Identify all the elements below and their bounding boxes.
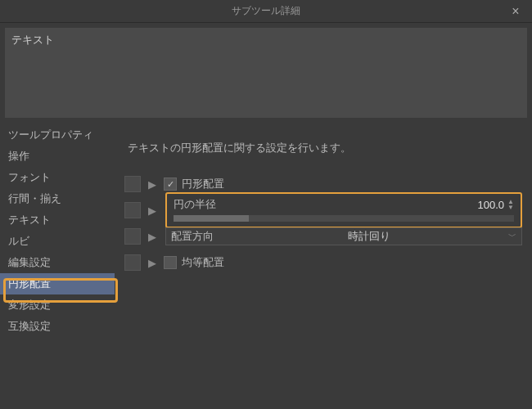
- equal-placement-checkbox[interactable]: [164, 256, 177, 269]
- row-circle-radius: ▶ 円の半径 100.0 ▲▼: [124, 198, 522, 222]
- sidebar-item-label: 変形設定: [8, 299, 51, 311]
- close-icon: ×: [512, 4, 519, 19]
- expand-icon[interactable]: ▶: [146, 202, 159, 218]
- sidebar-item-label: フォント: [8, 171, 51, 183]
- property-marker[interactable]: [124, 176, 141, 192]
- sidebar-item-ruby[interactable]: ルビ: [0, 231, 115, 252]
- sidebar-item-label: ツールプロパティ: [8, 128, 93, 141]
- preview-text: テキスト: [11, 34, 54, 46]
- panel-description: テキストの円形配置に関する設定を行います。: [124, 129, 522, 172]
- sidebar: ツールプロパティ 操作 フォント 行間・揃え テキスト ルビ 編集設定 円形配置…: [0, 123, 115, 409]
- equal-placement-label: 均等配置: [182, 255, 224, 270]
- property-marker[interactable]: [124, 228, 141, 245]
- sidebar-item-edit-settings[interactable]: 編集設定: [0, 252, 115, 273]
- circle-radius-control: 円の半径 100.0 ▲▼: [165, 192, 522, 228]
- sidebar-item-circular-placement[interactable]: 円形配置: [0, 273, 115, 294]
- titlebar: サブツール詳細 ×: [0, 0, 532, 23]
- sidebar-item-label: 互換設定: [8, 320, 51, 332]
- placement-direction-label: 配置方向: [171, 229, 214, 244]
- sidebar-item-font[interactable]: フォント: [0, 167, 115, 188]
- circle-radius-label: 円の半径: [174, 197, 216, 212]
- sidebar-item-tool-property[interactable]: ツールプロパティ: [0, 124, 115, 146]
- circle-radius-slider[interactable]: [174, 215, 514, 222]
- circular-placement-checkbox[interactable]: [164, 178, 177, 191]
- sidebar-item-line-align[interactable]: 行間・揃え: [0, 188, 115, 209]
- expand-icon[interactable]: ▶: [146, 254, 159, 271]
- sidebar-item-label: 操作: [8, 150, 29, 162]
- sidebar-item-transform-settings[interactable]: 変形設定: [0, 294, 115, 316]
- content-panel: テキストの円形配置に関する設定を行います。 ▶ 円形配置 ▶ 円の半径 100.…: [115, 123, 532, 409]
- sidebar-item-text[interactable]: テキスト: [0, 209, 115, 231]
- preview-area: テキスト: [5, 28, 527, 118]
- expand-icon[interactable]: ▶: [146, 176, 159, 192]
- sidebar-item-label: 編集設定: [8, 256, 51, 268]
- circular-placement-label: 円形配置: [182, 177, 224, 191]
- circle-radius-value: 100.0: [478, 199, 505, 211]
- circle-radius-spinner[interactable]: 100.0 ▲▼: [478, 199, 514, 211]
- close-button[interactable]: ×: [499, 0, 532, 23]
- sidebar-item-label: 行間・揃え: [8, 192, 61, 204]
- property-marker[interactable]: [124, 254, 141, 271]
- sidebar-item-label: 円形配置: [8, 277, 51, 290]
- sidebar-item-label: テキスト: [8, 213, 51, 226]
- sidebar-item-compat-settings[interactable]: 互換設定: [0, 316, 115, 337]
- main-panel: ツールプロパティ 操作 フォント 行間・揃え テキスト ルビ 編集設定 円形配置…: [0, 123, 532, 409]
- row-equal-placement: ▶ 均等配置: [124, 250, 522, 275]
- row-placement-direction: ▶ 配置方向 時計回り ﹀: [124, 224, 522, 249]
- window-title: サブツール詳細: [232, 4, 300, 18]
- sidebar-item-label: ルビ: [8, 235, 29, 247]
- sidebar-item-operation[interactable]: 操作: [0, 146, 115, 167]
- property-marker[interactable]: [124, 202, 141, 218]
- spinner-arrows-icon: ▲▼: [507, 199, 514, 210]
- circle-radius-slider-fill: [174, 215, 249, 222]
- placement-direction-value: 時計回り: [230, 229, 508, 244]
- chevron-down-icon: ﹀: [508, 231, 516, 242]
- expand-icon[interactable]: ▶: [146, 228, 159, 245]
- placement-direction-dropdown[interactable]: 配置方向 時計回り ﹀: [165, 227, 522, 245]
